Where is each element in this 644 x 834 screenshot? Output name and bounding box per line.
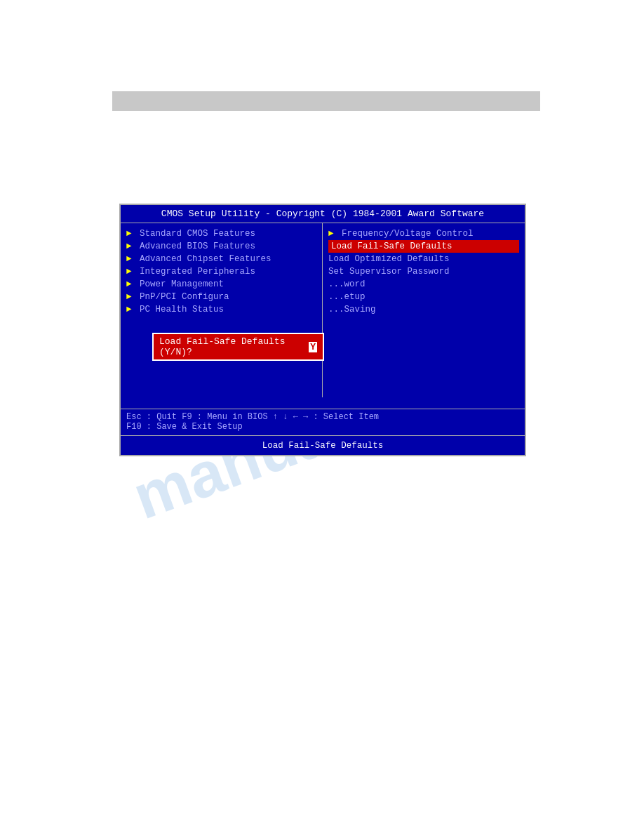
status-line2: F10 : Save & Exit Setup (126, 422, 519, 432)
menu-item-freq-voltage[interactable]: ► Frequency/Voltage Control (328, 227, 519, 240)
menu-item-pnppci[interactable]: ► PnP/PCI Configura (126, 291, 316, 303)
top-gray-bar (112, 91, 540, 111)
bios-statusbar: Esc : Quit F9 : Menu in BIOS ↑ ↓ ← → : S… (121, 409, 525, 435)
dialog-cursor[interactable]: Y (309, 342, 317, 352)
menu-item-standard-cmos[interactable]: ► Standard CMOS Features (126, 227, 316, 240)
bios-right-menu: ► Frequency/Voltage Control Load Fail-Sa… (323, 223, 525, 397)
menu-item-advanced-chipset[interactable]: ► Advanced Chipset Features (126, 253, 316, 265)
bios-screen: CMOS Setup Utility - Copyright (C) 1984-… (119, 204, 526, 456)
menu-item-load-failsafe[interactable]: Load Fail-Safe Defaults (328, 240, 519, 253)
arrow-icon: ► (126, 279, 132, 289)
menu-item-partial3[interactable]: ...Saving (328, 303, 519, 316)
arrow-icon: ► (126, 229, 132, 239)
bios-title: CMOS Setup Utility - Copyright (C) 1984-… (121, 205, 525, 223)
arrow-icon: ► (126, 292, 132, 302)
dialog-text: Load Fail-Safe Defaults (Y/N)? (159, 336, 307, 357)
arrow-icon: ► (126, 254, 132, 264)
menu-item-partial1[interactable]: ...word (328, 278, 519, 291)
arrow-icon: ► (126, 267, 132, 277)
bios-left-menu: ► Standard CMOS Features ► Advanced BIOS… (121, 223, 323, 397)
menu-item-load-optimized[interactable]: Load Optimized Defaults (328, 253, 519, 265)
menu-item-integrated-peripherals[interactable]: ► Integrated Peripherals (126, 265, 316, 278)
status-line1: Esc : Quit F9 : Menu in BIOS ↑ ↓ ← → : S… (126, 412, 519, 422)
arrow-icon: ► (328, 229, 334, 239)
arrow-icon: ► (126, 241, 132, 251)
menu-item-partial2[interactable]: ...etup (328, 291, 519, 303)
menu-item-supervisor-pwd[interactable]: Set Supervisor Password (328, 265, 519, 278)
bios-description-bar: Load Fail-Safe Defaults (121, 435, 525, 455)
menu-item-pc-health[interactable]: ► PC Health Status (126, 303, 316, 316)
arrow-icon: ► (126, 305, 132, 315)
menu-item-advanced-bios[interactable]: ► Advanced BIOS Features (126, 240, 316, 253)
menu-item-power-management[interactable]: ► Power Management (126, 278, 316, 291)
bios-main-content: ► Standard CMOS Features ► Advanced BIOS… (121, 223, 525, 397)
bios-dialog[interactable]: Load Fail-Safe Defaults (Y/N)? Y (152, 333, 324, 361)
